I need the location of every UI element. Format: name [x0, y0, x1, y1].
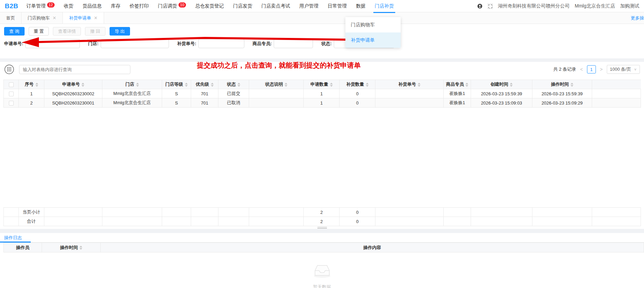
- more-actions-link[interactable]: 更多操作: [631, 12, 644, 24]
- nav-item[interactable]: 数据: [356, 3, 366, 9]
- export-button[interactable]: 导 出: [110, 27, 130, 36]
- sort-icon[interactable]: [571, 83, 573, 87]
- filter-input[interactable]: [198, 39, 244, 48]
- location-icon[interactable]: [477, 3, 483, 9]
- close-tab-icon[interactable]: ✕: [94, 15, 98, 20]
- select-all-checkbox[interactable]: [9, 82, 14, 87]
- col-header-优先级[interactable]: 优先级: [191, 80, 218, 89]
- tab-补货申请单[interactable]: 补货申请单✕: [63, 12, 104, 24]
- summary-cell: 0: [340, 217, 375, 226]
- fullscreen-icon[interactable]: [488, 4, 493, 9]
- sort-icon[interactable]: [136, 83, 139, 87]
- col-header-label: 门店: [126, 82, 134, 87]
- sort-icon[interactable]: [418, 83, 420, 87]
- table-row[interactable]: 1SQBH202603230002Mmlg北京合生汇店S701已提交10崔焕焕1…: [4, 89, 641, 98]
- sort-icon[interactable]: [466, 83, 468, 87]
- col-header-创建时间[interactable]: 创建时间: [471, 80, 532, 89]
- col-header-操作时间[interactable]: 操作时间: [532, 80, 592, 89]
- reset-button[interactable]: 重 置: [29, 27, 49, 36]
- nav-item[interactable]: 价签打印: [130, 3, 149, 9]
- filter-input[interactable]: [274, 39, 313, 48]
- sort-icon[interactable]: [330, 83, 333, 87]
- section-divider-2: [0, 229, 644, 233]
- column-settings-icon[interactable]: [4, 64, 14, 74]
- next-page-icon[interactable]: >: [599, 67, 603, 72]
- col-header-申请数量[interactable]: 申请数量: [304, 80, 340, 89]
- summary-cell-blank: [592, 217, 641, 226]
- sort-icon[interactable]: [80, 246, 82, 250]
- sort-icon[interactable]: [285, 83, 287, 87]
- sort-icon[interactable]: [211, 83, 214, 87]
- nav-item[interactable]: 总仓发货登记: [195, 3, 224, 9]
- summary-checkbox-cell: [4, 208, 19, 217]
- company-name[interactable]: 湖州奇刻科技有限公司赣州分公司: [498, 3, 570, 9]
- extra-account[interactable]: 加购测试: [620, 3, 639, 9]
- col-header-blank: [592, 80, 641, 89]
- row-checkbox-cell: [4, 98, 19, 108]
- resize-handle[interactable]: [0, 226, 644, 229]
- col-header-label: 序号: [25, 82, 34, 87]
- dropdown-item-门店购物车[interactable]: 门店购物车: [345, 17, 401, 32]
- nav-item[interactable]: 门店发货: [233, 3, 252, 9]
- col-header-补货数量[interactable]: 补货数量: [340, 80, 375, 89]
- operation-log-table: 操作员操作时间操作内容: [3, 243, 644, 252]
- filter-input[interactable]: [101, 39, 169, 48]
- nav-item[interactable]: 货品信息: [83, 3, 102, 9]
- store-name[interactable]: Mmlg北京合生汇店: [575, 3, 615, 9]
- log-col-操作时间[interactable]: 操作时间: [42, 243, 101, 252]
- col-header-申请单号[interactable]: 申请单号: [44, 80, 102, 89]
- page-number[interactable]: 1: [587, 65, 596, 73]
- nav-item[interactable]: 门店卖点考试: [261, 3, 290, 9]
- sort-icon[interactable]: [238, 83, 240, 87]
- sort-icon[interactable]: [35, 83, 38, 87]
- tab-首页[interactable]: 首页: [0, 12, 22, 24]
- nav-item[interactable]: 门店调货10: [158, 3, 186, 9]
- cell: 1: [304, 89, 340, 98]
- col-header-label: 操作时间: [551, 82, 569, 87]
- query-button[interactable]: 查 询: [4, 27, 25, 36]
- sort-icon[interactable]: [366, 83, 369, 87]
- filter-label: 门店:: [88, 41, 98, 47]
- table-search-input[interactable]: [19, 65, 130, 74]
- summary-cell: [375, 208, 444, 217]
- table-row[interactable]: 2SQBH202603230001Mmlg北京合生汇店S701已取消10崔焕焕1…: [4, 98, 641, 108]
- top-navbar: B2B 订单管理12收货货品信息库存价签打印门店调货10总仓发货登记门店发货门店…: [0, 0, 644, 12]
- nav-item-label: 价签打印: [130, 3, 149, 9]
- nav-item[interactable]: 订单管理12: [27, 3, 55, 9]
- view-detail-button[interactable]: 查看详情: [53, 27, 81, 36]
- col-header-门店[interactable]: 门店: [102, 80, 162, 89]
- sort-icon[interactable]: [185, 83, 188, 87]
- cell: 701: [191, 98, 218, 108]
- col-header-商品专员[interactable]: 商品专员: [444, 80, 471, 89]
- tab-label: 门店购物车: [28, 15, 50, 21]
- sort-icon[interactable]: [82, 83, 84, 87]
- row-checkbox[interactable]: [9, 101, 14, 106]
- nav-item[interactable]: 门店补货: [375, 3, 394, 9]
- nav-item[interactable]: 收货: [64, 3, 73, 9]
- nav-item[interactable]: 库存: [111, 3, 120, 9]
- dropdown-item-补货申请单[interactable]: 补货申请单: [345, 32, 401, 48]
- cell: 崔焕焕1: [444, 98, 471, 108]
- nav-item-label: 门店补货: [375, 3, 394, 9]
- col-header-序号[interactable]: 序号: [19, 80, 44, 89]
- col-header-补货单号[interactable]: 补货单号: [375, 80, 444, 89]
- col-header-门店等级[interactable]: 门店等级: [162, 80, 191, 89]
- filter-2: 门店:: [88, 39, 169, 48]
- col-header-状态[interactable]: 状态: [218, 80, 249, 89]
- row-checkbox[interactable]: [9, 92, 14, 96]
- col-header-label: 创建时间: [490, 82, 508, 87]
- nav-item[interactable]: 用户管理: [299, 3, 318, 9]
- prev-page-icon[interactable]: <: [579, 67, 584, 72]
- filter-input[interactable]: [25, 39, 80, 48]
- tab-门店购物车[interactable]: 门店购物车✕: [22, 12, 63, 24]
- empty-box-icon: [311, 260, 333, 280]
- close-tab-icon[interactable]: ✕: [53, 15, 56, 20]
- withdraw-button[interactable]: 撤 回: [85, 27, 105, 36]
- nav-item-label: 收货: [64, 3, 73, 9]
- sort-icon[interactable]: [510, 83, 513, 87]
- nav-item[interactable]: 日常管理: [328, 3, 347, 9]
- tab-operation-log[interactable]: 操作日志: [4, 233, 22, 242]
- col-header-状态说明[interactable]: 状态说明: [249, 80, 304, 89]
- log-col-label: 操作内容: [363, 245, 381, 250]
- page-size-select[interactable]: 1000 条/页 ∨: [607, 65, 640, 74]
